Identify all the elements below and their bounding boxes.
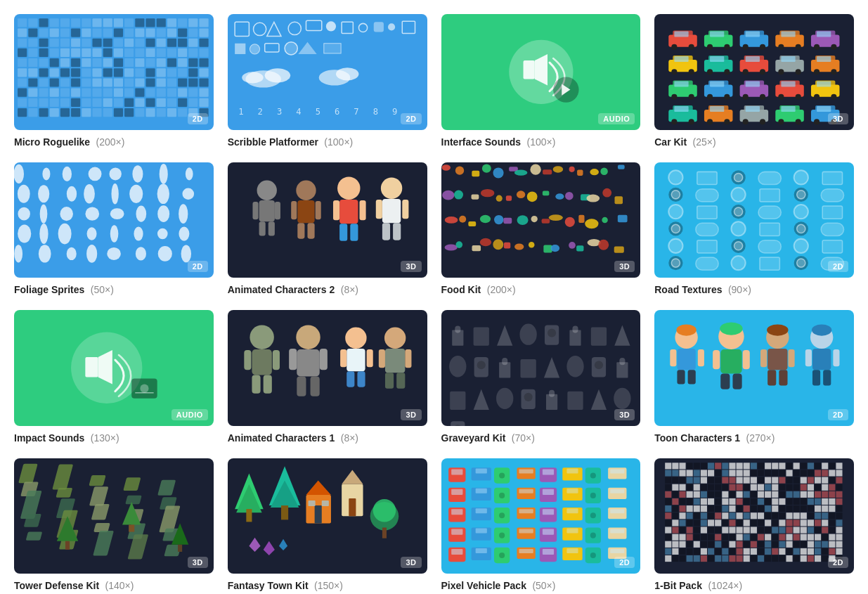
svg-rect-1008 <box>829 541 836 547</box>
card-animated-characters-2[interactable]: 3D Animated Characters 2 (8×) <box>228 162 427 297</box>
svg-rect-987 <box>680 541 686 547</box>
card-impact-sounds[interactable]: AUDIO Impact Sounds (130×) <box>14 310 214 444</box>
svg-rect-982 <box>822 534 828 540</box>
svg-rect-633 <box>475 468 486 473</box>
card-interface-sounds[interactable]: AUDIO Interface Sounds (100×) <box>441 14 641 148</box>
svg-rect-747 <box>751 470 757 476</box>
svg-rect-984 <box>836 534 843 540</box>
svg-rect-180 <box>235 22 249 36</box>
svg-rect-365 <box>307 223 314 238</box>
svg-rect-1046 <box>744 555 750 562</box>
svg-rect-33 <box>178 28 187 37</box>
svg-rect-828 <box>793 491 800 498</box>
card-car-kit[interactable]: 3D Car Kit (25×) <box>654 14 854 148</box>
svg-point-317 <box>42 167 50 180</box>
svg-point-510 <box>384 328 406 349</box>
svg-point-424 <box>602 217 608 223</box>
svg-rect-371 <box>350 224 358 240</box>
svg-point-474 <box>734 241 743 250</box>
svg-point-224 <box>707 44 713 50</box>
svg-rect-404 <box>542 191 548 195</box>
svg-rect-129 <box>50 89 59 97</box>
svg-rect-649 <box>475 488 486 493</box>
svg-rect-194 <box>285 42 297 55</box>
card-count: (8×) <box>341 284 358 295</box>
card-tower-defense-kit[interactable]: 3D Tower Defense Kit (140×) <box>14 458 214 593</box>
svg-rect-948 <box>758 527 764 533</box>
svg-point-548 <box>614 388 630 409</box>
card-toon-characters-1[interactable]: 2D Toon Characters 1 (270×) <box>654 310 854 444</box>
svg-rect-893 <box>723 512 729 519</box>
svg-rect-964 <box>694 534 700 540</box>
svg-rect-846 <box>744 498 750 505</box>
svg-rect-881 <box>815 505 821 512</box>
svg-rect-788 <box>687 484 693 490</box>
card-fantasy-town-kit[interactable]: 3D Fantasy Town Kit (150×) <box>228 458 427 593</box>
svg-rect-735 <box>665 470 671 476</box>
card-road-textures[interactable]: 2D Road Textures (90×) <box>654 162 854 297</box>
card-pixel-vehicle-pack[interactable]: 2D Pixel Vehicle Pack (50×) <box>441 458 641 593</box>
svg-point-699 <box>499 553 505 558</box>
svg-point-290 <box>831 94 837 100</box>
svg-rect-934 <box>836 519 843 526</box>
svg-rect-749 <box>765 470 771 476</box>
card-1-bit-pack[interactable]: 2D 1-Bit Pack (1024×) <box>654 458 854 593</box>
svg-rect-144 <box>18 98 27 107</box>
svg-rect-1019 <box>730 548 736 555</box>
svg-rect-568 <box>767 370 776 385</box>
svg-rect-89 <box>199 58 208 67</box>
svg-rect-95 <box>71 68 80 77</box>
svg-point-181 <box>253 22 266 35</box>
svg-rect-1014 <box>694 548 700 555</box>
svg-rect-450 <box>696 188 718 201</box>
svg-rect-799 <box>765 484 771 490</box>
svg-rect-679 <box>451 529 462 534</box>
svg-point-245 <box>689 69 694 75</box>
svg-text:4: 4 <box>296 107 301 117</box>
svg-rect-993 <box>723 541 729 547</box>
svg-rect-994 <box>730 541 736 547</box>
svg-point-382 <box>455 166 463 174</box>
svg-rect-809 <box>836 484 843 490</box>
svg-rect-885 <box>665 512 671 519</box>
svg-rect-1005 <box>808 541 814 547</box>
card-badge: 3D <box>614 261 635 272</box>
svg-rect-37 <box>28 39 37 47</box>
svg-rect-401 <box>505 195 511 200</box>
svg-point-529 <box>477 361 485 369</box>
svg-rect-591 <box>91 504 110 520</box>
svg-point-260 <box>796 69 801 75</box>
svg-rect-576 <box>823 370 831 385</box>
svg-rect-1023 <box>758 548 764 555</box>
card-micro-roguelike[interactable]: 2D Micro Roguelike (200×) <box>14 14 214 148</box>
svg-rect-806 <box>815 484 821 490</box>
svg-rect-389 <box>543 169 552 174</box>
svg-point-328 <box>111 183 118 204</box>
svg-rect-82 <box>124 58 134 67</box>
svg-rect-137 <box>135 89 144 97</box>
card-graveyard-kit[interactable]: 3D Graveyard Kit (70×) <box>441 310 641 444</box>
svg-rect-35 <box>199 28 208 37</box>
card-animated-characters-1[interactable]: 3D Animated Characters 1 (8×) <box>228 310 427 444</box>
svg-rect-5 <box>71 18 80 27</box>
svg-rect-657 <box>566 488 578 493</box>
svg-rect-609 <box>178 545 182 552</box>
card-food-kit[interactable]: 3D Food Kit (200×) <box>441 162 641 297</box>
svg-point-484 <box>797 259 805 267</box>
svg-rect-64 <box>124 49 134 57</box>
card-scribble-platformer[interactable]: 123456789 2D Scribble Platformer (100×) <box>228 14 427 148</box>
svg-rect-579 <box>18 463 38 482</box>
svg-rect-661 <box>610 489 624 493</box>
svg-rect-36 <box>18 39 27 47</box>
svg-point-643 <box>590 472 595 478</box>
svg-rect-942 <box>715 527 721 533</box>
svg-rect-593 <box>159 505 180 532</box>
svg-point-305 <box>760 119 765 124</box>
svg-rect-154 <box>124 98 134 107</box>
svg-rect-875 <box>772 505 778 512</box>
svg-rect-509 <box>366 349 373 367</box>
svg-rect-673 <box>566 508 578 513</box>
card-foliage-sprites[interactable]: 2D Foliage Sprites (50×) <box>14 162 214 297</box>
card-count: (150×) <box>314 580 343 591</box>
svg-rect-836 <box>673 498 679 505</box>
